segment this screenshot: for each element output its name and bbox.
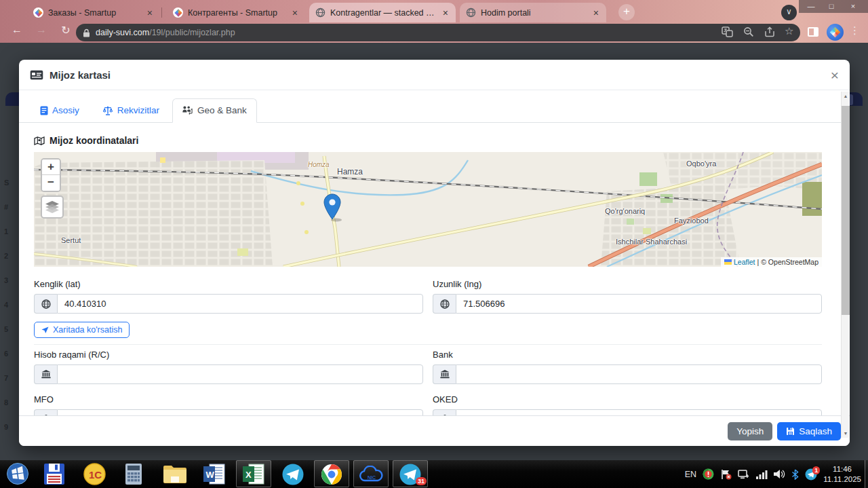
- window-minimize-button[interactable]: —: [802, 0, 821, 13]
- system-tray: EN 1 11:46 11.11.2025: [685, 460, 861, 488]
- svg-text:X: X: [245, 470, 252, 480]
- bank-icon: [433, 364, 456, 384]
- scrollbar-thumb[interactable]: [842, 106, 850, 315]
- start-button[interactable]: [6, 462, 29, 485]
- tray-time: 11:46: [823, 464, 861, 474]
- file-card-icon: [40, 106, 48, 115]
- zoom-search-icon[interactable]: [743, 26, 754, 37]
- mfo-input[interactable]: [57, 409, 423, 415]
- browser-menu-icon[interactable]: ⋮: [850, 24, 860, 37]
- browser-chrome: Заказы - Smartup × Контрагенты - Smartup…: [0, 0, 868, 43]
- background-table-left-edge: S# 12 34 56 78 9: [4, 179, 9, 431]
- tab-close-icon[interactable]: ×: [441, 7, 450, 18]
- tab-geo-bank[interactable]: Geo & Bank: [172, 98, 257, 123]
- window-restore-button[interactable]: □: [822, 0, 841, 13]
- new-tab-button[interactable]: +: [618, 4, 635, 20]
- signal-bars-icon[interactable]: [756, 470, 768, 479]
- telegram-tray-icon[interactable]: 1: [805, 468, 817, 481]
- modal-body: Mijoz koordinatalari: [19, 123, 850, 415]
- oked-input[interactable]: [456, 409, 822, 415]
- zoom-in-button[interactable]: +: [42, 159, 60, 175]
- bank-icon: [433, 409, 456, 415]
- section-title-row: Mijoz koordinatalari: [34, 135, 822, 146]
- forward-icon[interactable]: →: [33, 24, 50, 36]
- latitude-input[interactable]: [57, 294, 423, 314]
- word-app-icon[interactable]: W: [203, 463, 226, 485]
- smartup-favicon: [173, 7, 183, 18]
- browser-tab-zakazy[interactable]: Заказы - Smartup ×: [27, 3, 160, 22]
- save-label: Saqlash: [799, 426, 832, 436]
- location-arrow-icon: [41, 326, 49, 334]
- osm-link[interactable]: © OpenStreetMap: [761, 258, 818, 266]
- action-center-flag-icon[interactable]: [720, 469, 732, 480]
- telegram-app-icon[interactable]: [281, 463, 304, 486]
- tab-separator: [161, 7, 162, 18]
- share-icon[interactable]: [764, 26, 776, 37]
- url-host: daily-suvi.com: [96, 28, 149, 37]
- modal-footer: Yopish Saqlash: [19, 415, 850, 446]
- map-users-icon: [182, 106, 193, 115]
- back-icon[interactable]: ←: [8, 24, 26, 36]
- tab-title: Hodim portali: [481, 8, 587, 18]
- reload-icon[interactable]: ↻: [57, 24, 75, 37]
- tab-search-chevron-icon[interactable]: ∨: [781, 5, 797, 20]
- tab-rekvizitlar[interactable]: Rekvizitlar: [92, 98, 170, 123]
- translate-icon[interactable]: [722, 26, 733, 37]
- chrome-running-slot[interactable]: [314, 460, 349, 487]
- browser-tab-kontragentlar-active[interactable]: Kontragentlar — stacked modal ( ×: [309, 3, 456, 22]
- tab-close-icon[interactable]: ×: [592, 7, 600, 18]
- svg-text:NIC: NIC: [368, 475, 376, 480]
- browser-tab-kontragenty[interactable]: Контрагенты - Smartup ×: [167, 3, 305, 22]
- longitude-input[interactable]: [456, 294, 822, 314]
- leaflet-link[interactable]: Leaflet: [734, 258, 755, 266]
- account-number-input[interactable]: [57, 364, 423, 384]
- calculator-app-icon[interactable]: [123, 463, 144, 485]
- lng-label: Uzunlik (lng): [433, 279, 822, 289]
- file-explorer-icon[interactable]: [162, 463, 188, 485]
- close-modal-button[interactable]: Yopish: [728, 422, 772, 440]
- window-close-button[interactable]: ×: [844, 0, 863, 13]
- network-pc-icon[interactable]: [738, 469, 750, 480]
- svg-text:W: W: [206, 470, 215, 480]
- map-zoom-control: + −: [41, 158, 61, 192]
- tab-close-icon[interactable]: ×: [146, 7, 154, 18]
- map-layers-control[interactable]: [41, 195, 64, 219]
- excel-running-slot[interactable]: X: [236, 460, 271, 487]
- zoom-out-button[interactable]: −: [42, 175, 60, 191]
- show-on-map-button[interactable]: Xaritada ko'rsatish: [34, 322, 130, 338]
- attribution-divider: |: [757, 258, 759, 266]
- tab-asosiy[interactable]: Asosiy: [30, 98, 90, 123]
- bank-icon: [34, 409, 57, 415]
- browser-tab-hodim[interactable]: Hodim portali ×: [460, 3, 606, 22]
- globe-icon: [433, 294, 456, 314]
- profile-avatar[interactable]: [827, 24, 844, 41]
- cloud-app-running-slot[interactable]: NIC: [353, 460, 389, 487]
- url-bar[interactable]: daily-suvi.com/19l/public/mijozlar.php: [76, 24, 800, 41]
- map-label-fayziobod: Fayziobod: [674, 217, 709, 225]
- tab-close-icon[interactable]: ×: [291, 7, 299, 18]
- modal-tab-bar: Asosiy Rekvizitlar Geo & Bank: [19, 90, 850, 123]
- floppy-app-icon[interactable]: [43, 463, 66, 485]
- language-indicator[interactable]: EN: [685, 470, 696, 479]
- show-desktop-button[interactable]: [865, 460, 868, 488]
- mijoz-kartasi-modal: Mijoz kartasi × Asosiy Rekvizitlar Geo &…: [19, 60, 850, 446]
- telegram-badged-running-slot[interactable]: 31: [393, 460, 428, 487]
- modal-scrollbar[interactable]: ▲ ▼: [841, 92, 849, 438]
- show-on-map-label: Xaritada ko'rsatish: [53, 325, 122, 335]
- mfo-label: MFO: [34, 394, 423, 405]
- bookmark-star-icon[interactable]: ☆: [785, 25, 793, 37]
- bank-name-input[interactable]: [456, 364, 822, 384]
- scroll-up-icon[interactable]: ▲: [842, 92, 850, 100]
- scroll-down-icon[interactable]: ▼: [842, 429, 850, 438]
- map-marker-pin[interactable]: [323, 193, 344, 222]
- volume-icon[interactable]: [774, 469, 785, 479]
- antivirus-tray-icon[interactable]: [703, 468, 714, 480]
- modal-close-icon[interactable]: ×: [831, 68, 839, 82]
- save-button[interactable]: Saqlash: [777, 422, 841, 440]
- leaflet-map[interactable]: Homza Hamza Oqbo'yra Qo'rg'onariq Fayzio…: [34, 152, 822, 267]
- bluetooth-icon[interactable]: [791, 469, 799, 480]
- tray-clock[interactable]: 11:46 11.11.2025: [823, 464, 861, 485]
- 1c-app-icon[interactable]: 1С: [83, 463, 106, 485]
- side-panel-icon[interactable]: [808, 27, 818, 37]
- tray-unread-badge: 1: [812, 466, 820, 474]
